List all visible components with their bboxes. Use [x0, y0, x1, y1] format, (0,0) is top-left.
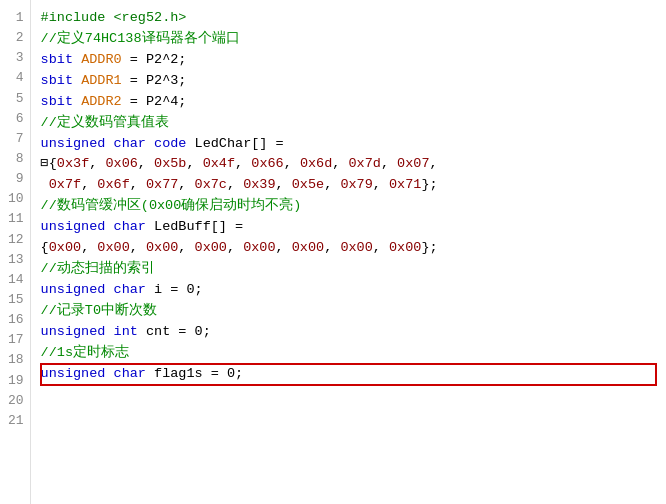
- line-number: 21: [8, 411, 24, 431]
- code-token: 0x66: [251, 156, 283, 171]
- code-token: 0x00: [97, 240, 129, 255]
- code-token: ,: [178, 240, 194, 255]
- code-token: ,: [284, 156, 300, 171]
- code-token: ,: [130, 177, 146, 192]
- code-token: ,: [130, 240, 146, 255]
- code-line: sbit ADDR1 = P2^3;: [41, 71, 656, 92]
- line-number: 12: [8, 230, 24, 250]
- code-token: ,: [81, 177, 97, 192]
- code-line: unsigned char i = 0;: [41, 280, 656, 301]
- code-token: ,: [430, 156, 438, 171]
- line-number: 16: [8, 310, 24, 330]
- code-token: int: [114, 324, 146, 339]
- code-token: #include <reg52.h>: [41, 10, 187, 25]
- code-token: 0x00: [243, 240, 275, 255]
- code-line: //定义数码管真值表: [41, 113, 656, 134]
- code-token: ,: [89, 156, 105, 171]
- code-token: = P2^4;: [122, 94, 187, 109]
- code-token: char: [114, 136, 155, 151]
- code-token: //定义数码管真值表: [41, 115, 169, 130]
- code-token: unsigned: [41, 366, 114, 381]
- line-number: 4: [8, 68, 24, 88]
- code-token: //数码管缓冲区(0x00确保启动时均不亮): [41, 198, 302, 213]
- code-token: [41, 177, 49, 192]
- code-token: 0x5e: [292, 177, 324, 192]
- line-number: 18: [8, 350, 24, 370]
- code-line: ⊟{0x3f, 0x06, 0x5b, 0x4f, 0x66, 0x6d, 0x…: [41, 154, 656, 175]
- code-token: 0x00: [340, 240, 372, 255]
- line-number: 5: [8, 89, 24, 109]
- code-token: cnt = 0;: [146, 324, 211, 339]
- code-token: ,: [276, 240, 292, 255]
- code-token: ,: [373, 177, 389, 192]
- code-token: unsigned: [41, 282, 114, 297]
- code-token: = P2^2;: [122, 52, 187, 67]
- code-token: ,: [381, 156, 397, 171]
- line-number: 20: [8, 391, 24, 411]
- code-token: 0x7f: [49, 177, 81, 192]
- line-number: 15: [8, 290, 24, 310]
- line-number: 1: [8, 8, 24, 28]
- code-line: {0x00, 0x00, 0x00, 0x00, 0x00, 0x00, 0x0…: [41, 238, 656, 259]
- code-line: unsigned char LedBuff[] =: [41, 217, 656, 238]
- code-token: 0x39: [243, 177, 275, 192]
- line-number: 9: [8, 169, 24, 189]
- code-token: sbit: [41, 52, 82, 67]
- code-token: unsigned: [41, 136, 114, 151]
- code-token: char: [114, 282, 155, 297]
- code-token: //动态扫描的索引: [41, 261, 155, 276]
- code-token: 0x6f: [97, 177, 129, 192]
- code-token: ,: [324, 240, 340, 255]
- line-number: 3: [8, 48, 24, 68]
- code-token: code: [154, 136, 195, 151]
- code-token: 0x7c: [195, 177, 227, 192]
- code-token: ,: [276, 177, 292, 192]
- code-token: //1s定时标志: [41, 345, 129, 360]
- code-token: ADDR0: [81, 52, 122, 67]
- code-token: 0x3f: [57, 156, 89, 171]
- code-token: 0x00: [292, 240, 324, 255]
- code-token: };: [421, 240, 437, 255]
- code-line: unsigned char code LedChar[] =: [41, 134, 656, 155]
- code-token: char: [114, 219, 155, 234]
- code-token: //记录T0中断次数: [41, 303, 157, 318]
- code-token: LedChar[] =: [195, 136, 284, 151]
- code-token: 0x00: [389, 240, 421, 255]
- line-number: 17: [8, 330, 24, 350]
- code-line: unsigned char flag1s = 0;: [41, 364, 656, 385]
- code-token: 0x07: [397, 156, 429, 171]
- line-number: 7: [8, 129, 24, 149]
- code-token: 0x7d: [349, 156, 381, 171]
- code-token: ,: [373, 240, 389, 255]
- code-token: 0x00: [146, 240, 178, 255]
- line-number: 14: [8, 270, 24, 290]
- code-token: 0x4f: [203, 156, 235, 171]
- code-token: 0x71: [389, 177, 421, 192]
- code-token: ,: [227, 240, 243, 255]
- line-number: 10: [8, 189, 24, 209]
- code-token: 0x79: [340, 177, 372, 192]
- code-token: ADDR1: [81, 73, 122, 88]
- code-token: sbit: [41, 73, 82, 88]
- code-token: ,: [324, 177, 340, 192]
- code-token: i = 0;: [154, 282, 203, 297]
- line-number: 2: [8, 28, 24, 48]
- code-line: //定义74HC138译码器各个端口: [41, 29, 656, 50]
- line-number: 13: [8, 250, 24, 270]
- code-token: flag1s = 0;: [154, 366, 243, 381]
- code-token: LedBuff[] =: [154, 219, 243, 234]
- code-token: ,: [235, 156, 251, 171]
- code-token: 0x06: [105, 156, 137, 171]
- code-token: 0x6d: [300, 156, 332, 171]
- code-token: unsigned: [41, 219, 114, 234]
- line-number: 8: [8, 149, 24, 169]
- line-numbers: 123456789101112131415161718192021: [0, 0, 31, 504]
- code-line: sbit ADDR2 = P2^4;: [41, 92, 656, 113]
- line-number: 19: [8, 371, 24, 391]
- code-token: char: [114, 366, 155, 381]
- code-line: unsigned int cnt = 0;: [41, 322, 656, 343]
- code-token: ,: [138, 156, 154, 171]
- code-line: sbit ADDR0 = P2^2;: [41, 50, 656, 71]
- code-token: {: [41, 240, 49, 255]
- code-token: unsigned: [41, 324, 114, 339]
